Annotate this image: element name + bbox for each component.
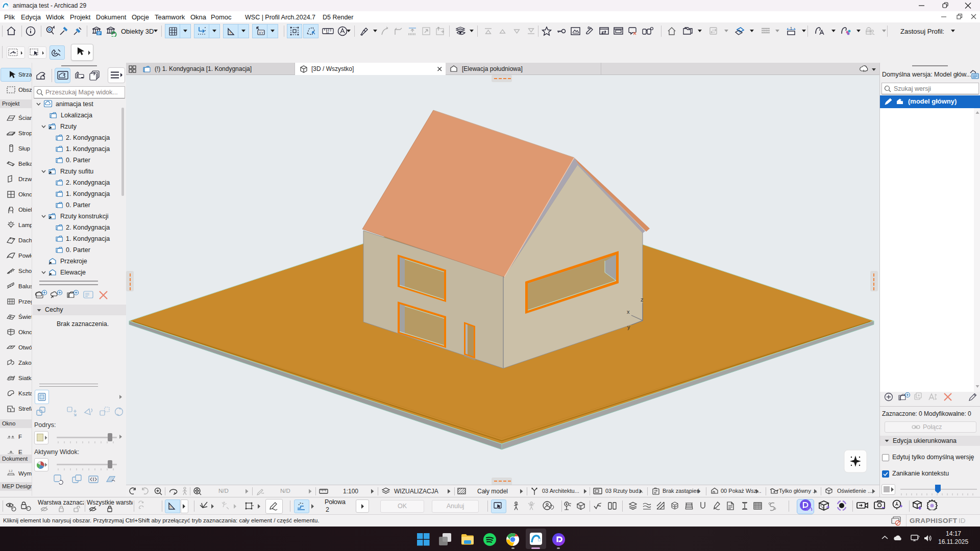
svg-text:1: 1: [790, 27, 792, 30]
svg-text:1.2: 1.2: [9, 469, 13, 472]
svg-text:x: x: [627, 309, 630, 315]
svg-text:XY: XY: [259, 31, 264, 35]
svg-text:z: z: [641, 296, 644, 303]
svg-text:y: y: [627, 324, 630, 330]
svg-text:12: 12: [326, 30, 330, 34]
